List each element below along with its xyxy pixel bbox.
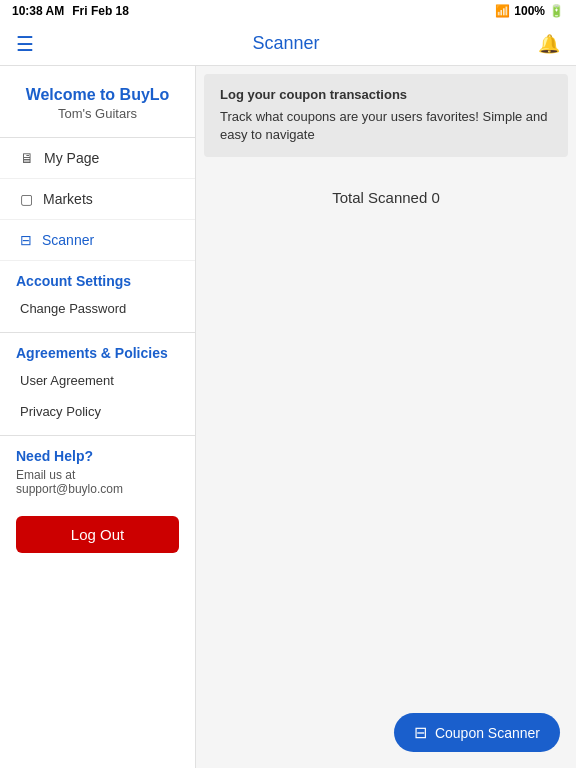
agreements-section: Agreements & Policies User Agreement Pri… (0, 333, 195, 436)
sidebar-item-mypage[interactable]: 🖥 My Page (0, 138, 195, 179)
info-banner-title: Log your coupon transactions (220, 86, 552, 104)
battery-percent: 100% (514, 4, 545, 18)
need-help-section: Need Help? Email us at support@buylo.com (0, 436, 195, 500)
top-nav: ☰ Scanner 🔔 (0, 22, 576, 66)
hamburger-icon[interactable]: ☰ (16, 32, 34, 56)
welcome-title: Welcome to BuyLo (16, 86, 179, 104)
info-banner-body: Track what coupons are your users favori… (220, 108, 552, 144)
battery-icon: 🔋 (549, 4, 564, 18)
status-bar: 10:38 AM Fri Feb 18 📶 100% 🔋 (0, 0, 576, 22)
markets-label: Markets (43, 191, 93, 207)
account-settings-section: Account Settings Change Password (0, 261, 195, 333)
bottom-action: ⊟ Coupon Scanner (394, 713, 560, 752)
info-banner: Log your coupon transactions Track what … (204, 74, 568, 157)
markets-icon: ▢ (20, 191, 33, 207)
change-password-item[interactable]: Change Password (0, 293, 195, 324)
sidebar-welcome: Welcome to BuyLo Tom's Guitars (0, 66, 195, 138)
total-scanned: Total Scanned 0 (196, 165, 576, 230)
welcome-subtitle: Tom's Guitars (16, 106, 179, 121)
coupon-scanner-button[interactable]: ⊟ Coupon Scanner (394, 713, 560, 752)
content-area: Log your coupon transactions Track what … (196, 66, 576, 768)
account-settings-header: Account Settings (0, 261, 195, 293)
coupon-scanner-icon: ⊟ (414, 723, 427, 742)
logout-container: Log Out (0, 500, 195, 569)
mypage-label: My Page (44, 150, 99, 166)
sidebar-item-markets[interactable]: ▢ Markets (0, 179, 195, 220)
main-layout: Welcome to BuyLo Tom's Guitars 🖥 My Page… (0, 66, 576, 768)
logout-button[interactable]: Log Out (16, 516, 179, 553)
status-date: Fri Feb 18 (72, 4, 129, 18)
sidebar: Welcome to BuyLo Tom's Guitars 🖥 My Page… (0, 66, 196, 768)
nav-title: Scanner (252, 33, 319, 54)
status-right: 📶 100% 🔋 (495, 4, 564, 18)
scanner-nav-icon: ⊟ (20, 232, 32, 248)
user-agreement-item[interactable]: User Agreement (0, 365, 195, 396)
status-time: 10:38 AM (12, 4, 64, 18)
agreements-header: Agreements & Policies (0, 333, 195, 365)
sidebar-item-scanner[interactable]: ⊟ Scanner (0, 220, 195, 261)
bell-icon[interactable]: 🔔 (538, 33, 560, 55)
wifi-icon: 📶 (495, 4, 510, 18)
coupon-scanner-label: Coupon Scanner (435, 725, 540, 741)
privacy-policy-item[interactable]: Privacy Policy (0, 396, 195, 427)
need-help-email[interactable]: Email us at support@buylo.com (16, 468, 179, 496)
scanner-label: Scanner (42, 232, 94, 248)
mypage-icon: 🖥 (20, 150, 34, 166)
need-help-title: Need Help? (16, 448, 179, 464)
